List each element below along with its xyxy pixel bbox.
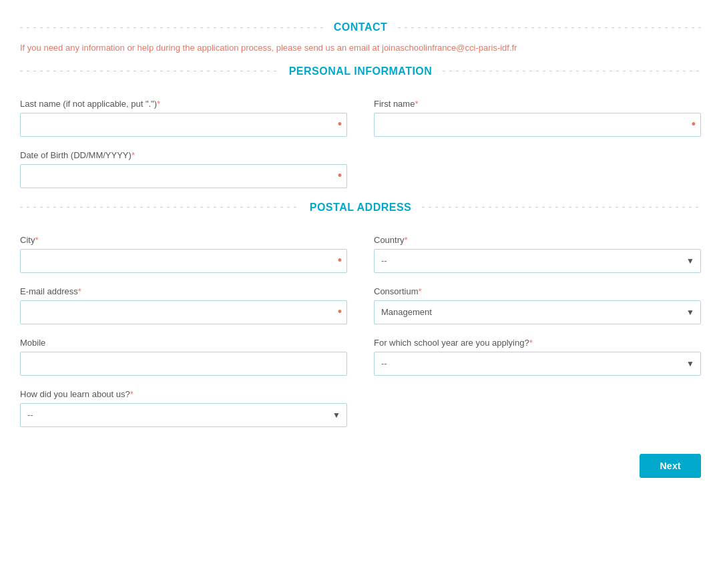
city-group: City* • <box>20 235 347 273</box>
how-learn-group: How did you learn about us?* -- ▼ <box>20 389 347 427</box>
dob-input-wrapper: • <box>20 164 347 188</box>
how-learn-row: How did you learn about us?* -- ▼ <box>20 389 701 427</box>
mobile-schoolyear-row: Mobile For which school year are you app… <box>20 338 701 376</box>
country-label: Country* <box>374 235 701 245</box>
consortium-label: Consortium* <box>374 286 701 296</box>
email-consortium-row: E-mail address* • Consortium* Management… <box>20 286 701 324</box>
country-select-wrapper: -- ▼ <box>374 249 701 273</box>
how-learn-empty <box>374 389 701 427</box>
first-name-label: First name* <box>374 99 701 109</box>
mobile-input[interactable] <box>20 352 347 376</box>
country-required: * <box>405 235 408 245</box>
dob-required: * <box>132 150 135 160</box>
personal-info-title: PERSONAL INFORMATION <box>278 65 443 77</box>
last-name-label: Last name (if not applicable, put ".")* <box>20 99 347 109</box>
mobile-group: Mobile <box>20 338 347 376</box>
dob-label: Date of Birth (DD/MM/YYYY)* <box>20 150 347 160</box>
postal-divider-right <box>422 207 701 208</box>
city-required: * <box>35 235 38 245</box>
consortium-required: * <box>418 286 421 296</box>
first-name-required: * <box>415 99 418 109</box>
country-select[interactable]: -- <box>374 249 701 273</box>
mobile-label: Mobile <box>20 338 347 348</box>
first-name-input-wrapper: • <box>374 113 701 137</box>
next-button[interactable]: Next <box>640 454 701 478</box>
dob-row: Date of Birth (DD/MM/YYYY)* • <box>20 150 701 188</box>
email-group: E-mail address* • <box>20 286 347 324</box>
school-year-required: * <box>529 338 533 348</box>
contact-divider: CONTACT <box>20 21 701 33</box>
last-name-input-wrapper: • <box>20 113 347 137</box>
contact-title: CONTACT <box>323 21 399 33</box>
city-label: City* <box>20 235 347 245</box>
postal-title: POSTAL ADDRESS <box>299 202 423 214</box>
info-text: If you need any information or help duri… <box>20 41 701 55</box>
last-name-required: * <box>157 99 160 109</box>
city-country-row: City* • Country* -- ▼ <box>20 235 701 273</box>
email-required: * <box>78 286 81 296</box>
dob-input[interactable] <box>20 164 347 188</box>
consortium-select[interactable]: Management Other <box>374 300 701 324</box>
school-year-select-wrapper: -- ▼ <box>374 352 701 376</box>
name-row: Last name (if not applicable, put ".")* … <box>20 99 701 137</box>
school-year-select[interactable]: -- <box>374 352 701 376</box>
dob-group: Date of Birth (DD/MM/YYYY)* • <box>20 150 347 188</box>
how-learn-select[interactable]: -- <box>20 403 347 427</box>
email-input[interactable] <box>20 300 347 324</box>
school-year-group: For which school year are you applying?*… <box>374 338 701 376</box>
divider-right2 <box>443 71 701 71</box>
city-input-wrapper: • <box>20 249 347 273</box>
next-button-row: Next <box>20 447 701 478</box>
school-year-label: For which school year are you applying?* <box>374 338 701 348</box>
country-group: Country* -- ▼ <box>374 235 701 273</box>
last-name-group: Last name (if not applicable, put ".")* … <box>20 99 347 137</box>
postal-divider: POSTAL ADDRESS <box>20 202 701 214</box>
how-learn-select-wrapper: -- ▼ <box>20 403 347 427</box>
divider-right <box>398 27 701 28</box>
city-input[interactable] <box>20 249 347 273</box>
last-name-input[interactable] <box>20 113 347 137</box>
divider-left2 <box>20 71 278 71</box>
consortium-select-wrapper: Management Other ▼ <box>374 300 701 324</box>
first-name-group: First name* • <box>374 99 701 137</box>
personal-info-divider: PERSONAL INFORMATION <box>20 65 701 77</box>
divider-left <box>20 27 323 28</box>
mobile-input-wrapper <box>20 352 347 376</box>
email-label: E-mail address* <box>20 286 347 296</box>
first-name-input[interactable] <box>374 113 701 137</box>
postal-divider-left <box>20 207 299 208</box>
email-input-wrapper: • <box>20 300 347 324</box>
consortium-group: Consortium* Management Other ▼ <box>374 286 701 324</box>
dob-empty-group <box>374 150 701 188</box>
how-learn-label: How did you learn about us?* <box>20 389 347 399</box>
how-learn-required: * <box>130 389 134 399</box>
page-container: CONTACT If you need any information or h… <box>0 0 721 505</box>
